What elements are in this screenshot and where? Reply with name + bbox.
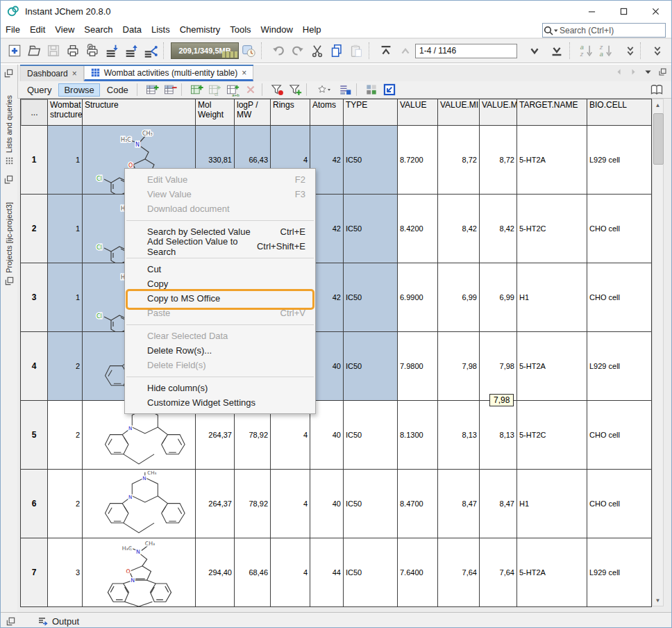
new-button[interactable] (5, 42, 24, 60)
add-data-tree-button[interactable] (187, 82, 205, 97)
cell-value[interactable]: 8.4200 (398, 195, 438, 263)
cell-value[interactable]: 6.9900 (398, 263, 438, 332)
cell-wombat[interactable]: 1 (48, 126, 83, 195)
cell-type[interactable]: IC50 (344, 332, 398, 401)
export-button[interactable] (121, 42, 141, 60)
column-header-selector[interactable]: ... (21, 99, 48, 126)
cell-bio_cell[interactable]: CHO cell (587, 470, 652, 538)
cell-num[interactable]: 2 (21, 195, 48, 263)
cell-value_max[interactable]: 8,47 (480, 470, 517, 538)
table-row-7[interactable]: 73CH₃H₃CNON294,4068,46444IC507.64007,647… (21, 538, 652, 607)
menu-edit[interactable]: Edit (25, 23, 50, 36)
delete-row-button[interactable] (161, 82, 179, 97)
copy-button[interactable] (327, 42, 346, 60)
save-button[interactable] (44, 42, 63, 60)
first-row-button[interactable] (376, 42, 396, 60)
add-row-button[interactable] (143, 82, 161, 97)
cell-num[interactable]: 6 (21, 470, 48, 538)
molecule-structure[interactable]: CH₃H₃CNON (83, 538, 196, 607)
sidebar-tab-projects[interactable]: Projects [ijc-project3] (1, 202, 17, 286)
toolbar-overflow2-icon[interactable] (648, 42, 667, 60)
cell-atoms[interactable]: 44 (310, 538, 344, 607)
table-row-4[interactable]: 42NN40IC507.98007,987,985-HT2AL929 cell (21, 332, 652, 401)
paste-button[interactable] (346, 42, 366, 60)
column-header-mol-weight[interactable]: Mol Weight (196, 99, 235, 126)
export-table-button[interactable] (380, 82, 398, 97)
previous-row-button[interactable] (396, 42, 415, 60)
scroll-down-icon[interactable]: ▼ (653, 595, 663, 606)
cell-num[interactable]: 7 (21, 538, 48, 607)
cell-value_max[interactable]: 6,99 (480, 263, 517, 332)
cell-mol_weight[interactable]: 264,37 (196, 470, 235, 538)
tab-scroll-right-icon[interactable] (629, 67, 638, 79)
close-button[interactable] (639, 1, 671, 22)
menu-lists[interactable]: Lists (146, 23, 175, 36)
menu-item-cut[interactable]: Cut (125, 262, 315, 276)
cell-value_max[interactable]: 7,98 (480, 332, 517, 401)
column-header-logp-mw[interactable]: logP / MW (235, 99, 271, 126)
dock-minimize-icon[interactable] (3, 68, 14, 78)
undo-button[interactable] (269, 42, 288, 60)
column-header-value[interactable]: VALUE (398, 99, 438, 126)
cell-target[interactable]: 5-HT2C (517, 401, 587, 470)
cell-value[interactable]: 8.7200 (398, 126, 438, 195)
column-header-bio-cell[interactable]: BIO.CELL (587, 99, 652, 126)
cell-type[interactable]: IC50 (344, 195, 398, 263)
cell-value_min[interactable]: 7,98 (438, 332, 480, 401)
cell-type[interactable]: IC50 (344, 263, 398, 332)
redo-button[interactable] (288, 42, 308, 60)
toolbar-overflow-icon[interactable] (621, 42, 640, 60)
cell-bio_cell[interactable]: L929 cell (587, 538, 652, 607)
open-button[interactable] (24, 42, 44, 60)
cell-num[interactable]: 4 (21, 332, 48, 401)
tab-scroll-left-icon[interactable] (614, 67, 623, 79)
cell-type[interactable]: IC50 (344, 538, 398, 607)
cell-value_max[interactable]: 8,72 (480, 126, 517, 195)
import-button[interactable] (102, 42, 121, 60)
cell-num[interactable]: 1 (21, 126, 48, 195)
menu-item-customize-widget-settings[interactable]: Customize Widget Settings (125, 395, 315, 410)
menu-search[interactable]: Search (79, 23, 117, 36)
menu-view[interactable]: View (50, 23, 79, 36)
cell-target[interactable]: 5-HT2A (517, 126, 587, 195)
next-row-button[interactable] (525, 42, 544, 60)
filter-active-button[interactable] (268, 82, 286, 97)
cell-num[interactable]: 5 (21, 401, 48, 470)
sidebar-tab-lists-and-queries[interactable]: Lists and queries (1, 95, 17, 166)
cell-bio_cell[interactable]: L929 cell (587, 332, 652, 401)
cell-wombat[interactable]: 1 (48, 195, 83, 263)
cell-wombat[interactable]: 2 (48, 470, 83, 538)
scrollbar-thumb[interactable] (653, 113, 664, 165)
cell-bio_cell[interactable]: CHO cell (587, 401, 652, 470)
sort-ascending-button[interactable]: az (577, 42, 596, 60)
table-row-1[interactable]: 11CH₃H₃CNONCl330,8166,43442IC508.72008,7… (21, 126, 652, 195)
maximize-button[interactable] (607, 1, 639, 22)
cell-bio_cell[interactable]: CHO cell (587, 195, 652, 263)
delete-field-button[interactable] (242, 82, 260, 97)
cell-bio_cell[interactable]: L929 cell (587, 126, 652, 195)
menu-file[interactable]: File (1, 23, 25, 36)
list-widget-button[interactable] (336, 82, 354, 97)
add-filter-button[interactable] (286, 82, 304, 97)
table-row-6[interactable]: 62CH₃NN264,3778,92440IC508.47008,478,47H… (21, 470, 652, 538)
table-row-2[interactable]: 21CH₃H₃CNONCl42IC508.42008,428,425-HT2CC… (21, 195, 652, 263)
cell-value_min[interactable]: 8,42 (438, 195, 480, 263)
column-header-structure[interactable]: Structure (83, 99, 196, 126)
menu-window[interactable]: Window (256, 23, 298, 36)
cell-value_max[interactable]: 8,42 (480, 195, 517, 263)
cell-value_min[interactable]: 7,64 (438, 538, 480, 607)
menu-item-add-selection-value-to-search[interactable]: Add Selection Value to SearchCtrl+Shift+… (125, 239, 315, 254)
code-mode-button[interactable]: Code (101, 83, 134, 97)
cell-rings[interactable]: 4 (271, 470, 310, 538)
dock-output-icon[interactable] (6, 616, 16, 627)
molecule-structure[interactable]: CH₃NN (83, 470, 196, 538)
tab-dashboard[interactable]: Dashboard× (20, 66, 84, 81)
tab-wombat-activities[interactable]: Wombat activities (multi-entity table)× (84, 66, 254, 81)
column-header-rings[interactable]: Rings (271, 99, 310, 126)
cell-num[interactable]: 3 (21, 263, 48, 332)
cell-target[interactable]: 5-HT2A (517, 538, 587, 607)
search-icon[interactable] (543, 25, 560, 35)
memory-indicator[interactable]: 209,1/349,5MB (171, 42, 239, 59)
query-mode-button[interactable]: Query (22, 83, 57, 97)
column-header-target-name[interactable]: TARGET.NAME (517, 99, 587, 126)
